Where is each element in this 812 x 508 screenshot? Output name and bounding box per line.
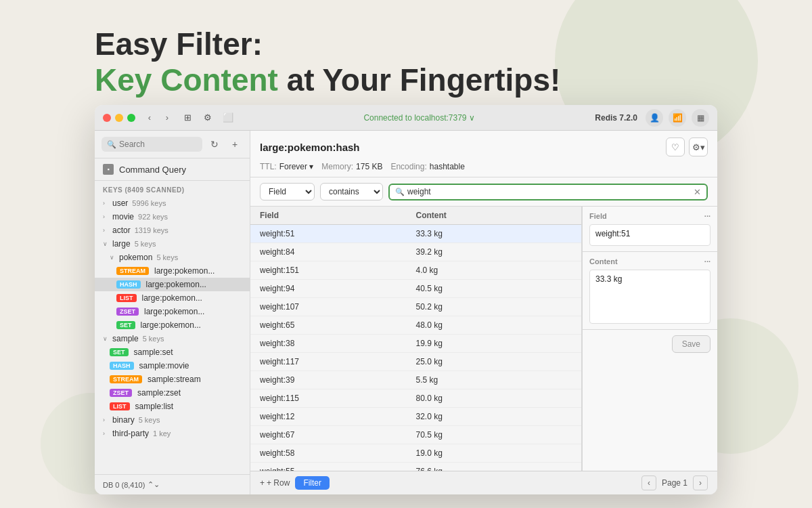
nav-arrows: ‹ › bbox=[142, 110, 175, 125]
field-filter-select[interactable]: Field Content bbox=[260, 183, 315, 200]
row-field: weight:67 bbox=[260, 430, 416, 440]
tree-item-pokemon-set[interactable]: SET large:pokemon... bbox=[95, 318, 250, 332]
tree-count: 1 key bbox=[153, 429, 171, 438]
tree-item-movie[interactable]: › movie 922 keys bbox=[95, 210, 250, 224]
row-field: weight:51 bbox=[260, 229, 416, 238]
search-box[interactable]: 🔍 bbox=[102, 137, 202, 152]
save-button[interactable]: Save bbox=[672, 335, 710, 353]
row-field: weight:58 bbox=[260, 448, 416, 458]
row-content: 48.0 kg bbox=[416, 320, 572, 330]
tree-item-sample[interactable]: ∨ sample 5 keys bbox=[95, 332, 250, 345]
filter-input-wrap: 🔍 ✕ bbox=[388, 184, 708, 200]
minimize-button[interactable] bbox=[115, 114, 123, 122]
layout-icon[interactable]: ▦ bbox=[692, 109, 709, 127]
table-row[interactable]: weight:115 80.0 kg bbox=[250, 389, 581, 408]
command-query-row[interactable]: ▪ Command Query bbox=[95, 158, 250, 181]
tree-item-pokemon-stream[interactable]: STREAM large:pokemon... bbox=[95, 264, 250, 278]
tree-item-sample-hash[interactable]: HASH sample:movie bbox=[95, 359, 250, 373]
sidebar-toggle-icon[interactable]: ⊞ bbox=[180, 110, 195, 125]
settings-dropdown-button[interactable]: ⚙▾ bbox=[689, 137, 708, 156]
tree-item-sample-zset[interactable]: ZSET sample:zset bbox=[95, 386, 250, 400]
tree-item-pokemon-hash[interactable]: HASH large:pokemon... bbox=[95, 278, 250, 291]
tree-key: sample:list bbox=[135, 402, 174, 411]
close-button[interactable] bbox=[103, 114, 111, 122]
table-row[interactable]: weight:84 39.2 kg bbox=[250, 243, 581, 261]
filter-button[interactable]: Filter bbox=[295, 476, 330, 490]
tree-item-user[interactable]: › user 5996 keys bbox=[95, 196, 250, 210]
memory-label: Memory: bbox=[321, 162, 353, 171]
maximize-button[interactable] bbox=[127, 114, 135, 122]
hero-line1: Easy Filter: bbox=[95, 27, 560, 62]
wifi-icon[interactable]: 📶 bbox=[669, 109, 686, 127]
forward-button[interactable]: › bbox=[160, 110, 175, 125]
row-content: 5.5 kg bbox=[416, 375, 572, 385]
content-value[interactable]: 33.3 kg bbox=[589, 270, 710, 324]
favorite-button[interactable]: ♡ bbox=[666, 137, 685, 156]
keys-section-title: KEYS (8409 SCANNED) bbox=[95, 181, 250, 196]
tree-key: sample:zset bbox=[137, 388, 181, 398]
back-button[interactable]: ‹ bbox=[142, 110, 157, 125]
table-row[interactable]: weight:94 40.5 kg bbox=[250, 280, 581, 298]
ttl-value[interactable]: Forever ▾ bbox=[279, 162, 314, 171]
chevron-down-icon: ∨ bbox=[103, 240, 110, 247]
add-row-button[interactable]: + + Row bbox=[260, 478, 290, 488]
row-field: weight:39 bbox=[260, 375, 416, 385]
table-row[interactable]: weight:39 5.5 kg bbox=[250, 371, 581, 389]
field-value[interactable]: weight:51 bbox=[589, 224, 710, 246]
table-row[interactable]: weight:55 76.6 kg bbox=[250, 463, 581, 471]
row-content: 40.5 kg bbox=[416, 284, 572, 293]
table-row[interactable]: weight:117 25.0 kg bbox=[250, 353, 581, 371]
row-field: weight:12 bbox=[260, 412, 416, 421]
key-title-row: large:pokemon:hash ♡ ⚙▾ bbox=[260, 137, 708, 156]
tree-key: sample:movie bbox=[139, 361, 189, 371]
encoding-value: hashtable bbox=[430, 162, 465, 171]
share-icon[interactable]: ⬜ bbox=[221, 110, 235, 125]
tree-count: 922 keys bbox=[138, 213, 168, 221]
table-row[interactable]: weight:65 48.0 kg bbox=[250, 316, 581, 335]
command-icon: ▪ bbox=[103, 164, 114, 175]
table-row[interactable]: weight:12 32.0 kg bbox=[250, 408, 581, 426]
tree-item-actor[interactable]: › actor 1319 keys bbox=[95, 224, 250, 237]
table-row[interactable]: weight:51 33.3 kg bbox=[250, 225, 581, 243]
tree-item-third-party[interactable]: › third-party 1 key bbox=[95, 427, 250, 440]
table-row[interactable]: weight:58 19.0 kg bbox=[250, 444, 581, 463]
tree-key: large:pokemon... bbox=[142, 293, 202, 303]
main-content: 🔍 ↻ + ▪ Command Query KEYS (8409 SCANNED… bbox=[95, 131, 717, 494]
tree-item-sample-set[interactable]: SET sample:set bbox=[95, 345, 250, 359]
prev-page-button[interactable]: ‹ bbox=[641, 475, 656, 490]
add-key-button[interactable]: + bbox=[227, 136, 243, 152]
next-page-button[interactable]: › bbox=[693, 475, 708, 490]
tree-item-binary[interactable]: › binary 5 keys bbox=[95, 413, 250, 427]
command-query-label: Command Query bbox=[119, 165, 186, 175]
field-options-icon[interactable]: ··· bbox=[704, 212, 710, 220]
row-field: weight:84 bbox=[260, 247, 416, 257]
user-icon[interactable]: 👤 bbox=[646, 109, 663, 127]
filter-clear-button[interactable]: ✕ bbox=[694, 187, 701, 197]
filter-input[interactable] bbox=[407, 187, 691, 196]
table-row[interactable]: weight:107 50.2 kg bbox=[250, 298, 581, 316]
search-input[interactable] bbox=[119, 140, 197, 149]
tree-item-pokemon-zset[interactable]: ZSET large:pokemon... bbox=[95, 305, 250, 318]
table-row[interactable]: weight:38 19.9 kg bbox=[250, 335, 581, 353]
content-options-icon[interactable]: ··· bbox=[704, 257, 710, 266]
tree-item-pokemon-list[interactable]: LIST large:pokemon... bbox=[95, 291, 250, 305]
connection-host[interactable]: localhost:7379 ∨ bbox=[414, 113, 475, 123]
tree-item-pokemon[interactable]: ∨ pokemon 5 keys bbox=[95, 251, 250, 264]
meta-row: TTL: Forever ▾ Memory: 175 KB Encoding: … bbox=[260, 162, 708, 177]
condition-filter-select[interactable]: contains equals starts with ends with bbox=[320, 183, 383, 200]
hero-rest: at Your Fingertips! bbox=[278, 62, 560, 98]
tree-item-sample-list[interactable]: LIST sample:list bbox=[95, 400, 250, 413]
zset-badge: ZSET bbox=[116, 308, 139, 316]
tree-item-sample-stream[interactable]: STREAM sample:stream bbox=[95, 373, 250, 386]
add-row-label: + Row bbox=[267, 478, 290, 488]
field-label: Field bbox=[589, 212, 607, 220]
page-info: Page 1 bbox=[662, 478, 687, 488]
settings-icon[interactable]: ⚙ bbox=[200, 110, 215, 125]
row-content: 39.2 kg bbox=[416, 247, 572, 257]
connection-label: Connected to bbox=[363, 113, 414, 123]
tree-item-large[interactable]: ∨ large 5 keys bbox=[95, 237, 250, 251]
table-row[interactable]: weight:67 70.5 kg bbox=[250, 426, 581, 444]
refresh-button[interactable]: ↻ bbox=[206, 136, 223, 152]
table-row[interactable]: weight:151 4.0 kg bbox=[250, 261, 581, 280]
row-field: weight:115 bbox=[260, 394, 416, 403]
